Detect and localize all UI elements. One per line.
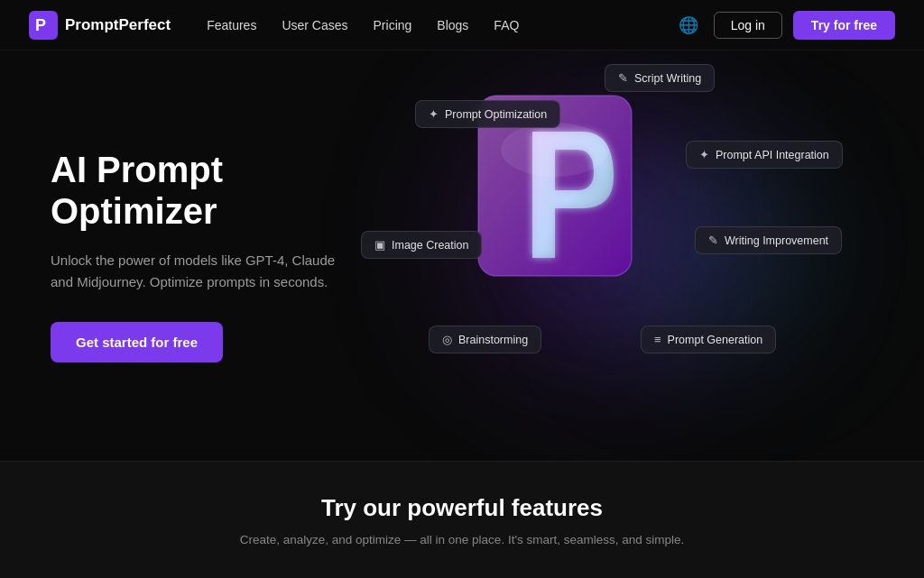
nav-features[interactable]: Features xyxy=(207,18,256,32)
badge-image-creation: ▣ Image Creation xyxy=(361,231,482,259)
features-section: Try our powerful features Create, analyz… xyxy=(0,461,924,578)
hero-left: AI Prompt Optimizer Unlock the power of … xyxy=(0,50,379,461)
logo-text: PromptPerfect xyxy=(65,16,171,34)
badge-script-writing: ✎ Script Writing xyxy=(605,64,715,92)
nav-pricing[interactable]: Pricing xyxy=(374,18,412,32)
prompt-opt-icon: ✦ xyxy=(429,107,439,121)
cta-button[interactable]: Get started for free xyxy=(51,322,223,362)
features-subtitle: Create, analyze, and optimize — all in o… xyxy=(240,533,685,546)
try-button[interactable]: Try for free xyxy=(793,11,895,40)
logo[interactable]: P PromptPerfect xyxy=(29,11,171,40)
badge-prompt-optimization: ✦ Prompt Optimization xyxy=(415,100,560,128)
nav-blogs[interactable]: Blogs xyxy=(437,18,468,32)
nav-user-cases[interactable]: User Cases xyxy=(282,18,347,32)
navbar: P PromptPerfect Features User Cases Pric… xyxy=(0,0,924,50)
hero-title: AI Prompt Optimizer xyxy=(51,149,379,232)
brainstorm-icon: ◎ xyxy=(442,333,452,346)
hero-subtitle: Unlock the power of models like GPT-4, C… xyxy=(51,250,357,293)
nav-actions: 🌐 Log in Try for free xyxy=(674,11,895,40)
prompt-gen-icon: ≡ xyxy=(654,333,661,346)
hero-section: AI Prompt Optimizer Unlock the power of … xyxy=(0,50,924,461)
svg-point-4 xyxy=(501,123,609,177)
badge-brainstorming: ◎ Brainstorming xyxy=(429,326,541,353)
api-icon: ✦ xyxy=(699,148,709,161)
badge-writing-improvement: ✎ Writing Improvement xyxy=(695,226,842,254)
nav-faq[interactable]: FAQ xyxy=(494,18,519,32)
globe-icon[interactable]: 🌐 xyxy=(674,11,703,40)
hero-visual: ✦ Prompt Optimization ✎ Script Writing ✦… xyxy=(379,50,924,461)
svg-text:P: P xyxy=(35,16,46,34)
logo-icon: P xyxy=(29,11,58,40)
badge-api-integration: ✦ Prompt API Integration xyxy=(686,141,843,169)
writing-icon: ✎ xyxy=(708,234,718,247)
badge-prompt-generation: ≡ Prompt Generation xyxy=(641,326,776,353)
login-button[interactable]: Log in xyxy=(714,12,782,39)
script-icon: ✎ xyxy=(618,71,628,85)
features-title: Try our powerful features xyxy=(321,494,603,522)
nav-links: Features User Cases Pricing Blogs FAQ xyxy=(207,18,674,32)
